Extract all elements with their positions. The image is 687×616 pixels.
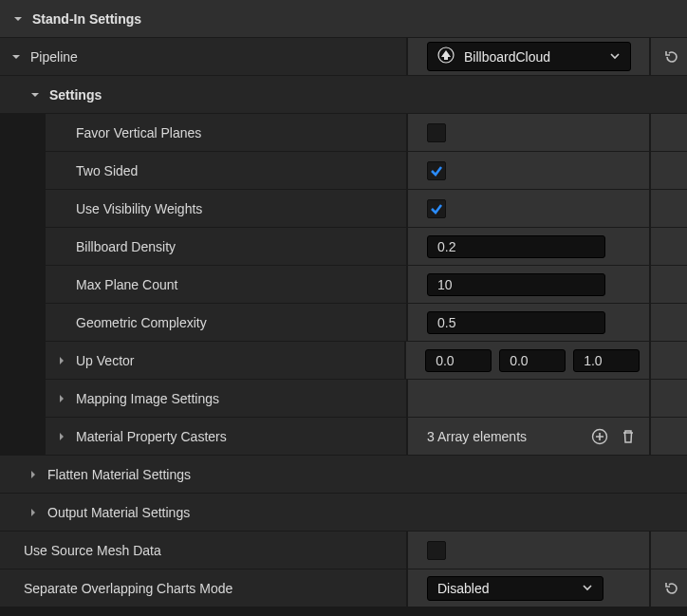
mapping-image-settings-label: Mapping Image Settings bbox=[76, 391, 219, 406]
section-header-settings[interactable]: Settings bbox=[0, 76, 687, 114]
separate-overlapping-label: Separate Overlapping Charts Mode bbox=[24, 581, 232, 596]
property-favor-vertical-planes: Favor Vertical Planes bbox=[0, 114, 687, 152]
geometric-complexity-label: Geometric Complexity bbox=[76, 315, 207, 330]
max-plane-count-label: Max Plane Count bbox=[76, 277, 177, 292]
property-up-vector: Up Vector bbox=[0, 342, 687, 380]
chevron-right-icon[interactable] bbox=[55, 430, 68, 443]
separate-overlapping-dropdown[interactable]: Disabled bbox=[427, 576, 603, 601]
array-count-text: 3 Array elements bbox=[427, 429, 527, 444]
use-source-mesh-data-checkbox[interactable] bbox=[427, 541, 446, 560]
section-header-standin[interactable]: Stand-In Settings bbox=[0, 0, 687, 38]
chevron-right-icon bbox=[27, 468, 40, 481]
property-max-plane-count: Max Plane Count bbox=[0, 266, 687, 304]
property-geometric-complexity: Geometric Complexity bbox=[0, 304, 687, 342]
chevron-right-icon bbox=[27, 506, 40, 519]
two-sided-label: Two Sided bbox=[76, 163, 138, 178]
chevron-down-icon bbox=[28, 88, 42, 102]
reset-icon[interactable] bbox=[660, 46, 683, 68]
trash-icon[interactable] bbox=[617, 425, 640, 448]
pipeline-dropdown[interactable]: BillboardCloud bbox=[427, 42, 631, 71]
property-use-visibility-weights: Use Visibility Weights bbox=[0, 190, 687, 228]
property-material-property-casters: Material Property Casters 3 Array elemen… bbox=[0, 418, 687, 456]
add-element-icon[interactable] bbox=[588, 425, 611, 448]
pipeline-label: Pipeline bbox=[30, 49, 78, 65]
up-vector-z[interactable] bbox=[573, 349, 640, 372]
use-visibility-weights-label: Use Visibility Weights bbox=[76, 201, 202, 216]
two-sided-checkbox[interactable] bbox=[427, 161, 446, 180]
property-billboard-density: Billboard Density bbox=[0, 228, 687, 266]
max-plane-count-input[interactable] bbox=[427, 273, 605, 296]
chevron-right-icon[interactable] bbox=[55, 354, 68, 367]
property-separate-overlapping-charts-mode: Separate Overlapping Charts Mode Disable… bbox=[0, 569, 687, 607]
up-vector-label: Up Vector bbox=[76, 353, 134, 368]
chevron-down-icon[interactable] bbox=[9, 50, 23, 64]
chevron-right-icon[interactable] bbox=[55, 392, 68, 405]
property-two-sided: Two Sided bbox=[0, 152, 687, 190]
property-mapping-image-settings: Mapping Image Settings bbox=[0, 380, 687, 418]
favor-vertical-planes-label: Favor Vertical Planes bbox=[76, 125, 201, 140]
chevron-down-icon bbox=[609, 49, 621, 65]
section-flatten-material-settings[interactable]: Flatten Material Settings bbox=[0, 456, 687, 494]
output-material-label: Output Material Settings bbox=[47, 505, 190, 520]
pipeline-value: BillboardCloud bbox=[464, 49, 550, 65]
chevron-down-icon bbox=[11, 12, 25, 26]
geometric-complexity-input[interactable] bbox=[427, 311, 605, 334]
settings-label: Settings bbox=[49, 87, 102, 103]
chevron-down-icon bbox=[582, 581, 593, 596]
up-vector-y[interactable] bbox=[499, 349, 566, 372]
section-title: Stand-In Settings bbox=[32, 11, 141, 27]
property-use-source-mesh-data: Use Source Mesh Data bbox=[0, 532, 687, 569]
up-vector-x[interactable] bbox=[425, 349, 492, 372]
property-pipeline: Pipeline BillboardCloud bbox=[0, 38, 687, 76]
billboard-density-input[interactable] bbox=[427, 235, 605, 258]
billboard-density-label: Billboard Density bbox=[76, 239, 176, 254]
class-icon bbox=[437, 47, 455, 66]
use-visibility-weights-checkbox[interactable] bbox=[427, 199, 446, 218]
separate-overlapping-value: Disabled bbox=[437, 581, 489, 596]
flatten-material-label: Flatten Material Settings bbox=[47, 467, 191, 482]
use-source-mesh-data-label: Use Source Mesh Data bbox=[24, 543, 161, 558]
favor-vertical-planes-checkbox[interactable] bbox=[427, 123, 446, 142]
reset-icon[interactable] bbox=[660, 577, 683, 600]
section-output-material-settings[interactable]: Output Material Settings bbox=[0, 494, 687, 532]
material-property-casters-label: Material Property Casters bbox=[76, 429, 227, 444]
